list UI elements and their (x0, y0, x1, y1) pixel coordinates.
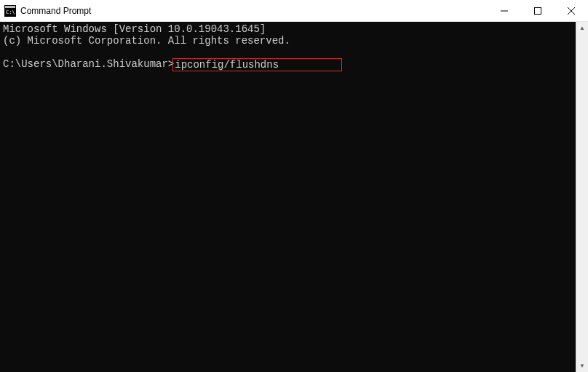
version-line: Microsoft Windows [Version 10.0.19043.16… (3, 23, 266, 35)
vertical-scrollbar[interactable]: ▲ ▼ (576, 22, 588, 372)
svg-rect-1 (5, 6, 15, 8)
scroll-down-arrow-icon[interactable]: ▼ (576, 360, 588, 372)
close-button[interactable] (555, 0, 588, 21)
prompt-path: C:\Users\Dharani.Shivakumar> (3, 58, 174, 71)
window-title: Command Prompt (20, 6, 488, 16)
svg-rect-4 (535, 7, 541, 14)
copyright-line: (c) Microsoft Corporation. All rights re… (3, 35, 290, 47)
window-controls (488, 0, 588, 21)
command-highlight: ipconfig/flushdns (172, 58, 342, 71)
terminal-output[interactable]: Microsoft Windows [Version 10.0.19043.16… (0, 22, 576, 372)
svg-text:C:\: C:\ (6, 9, 15, 15)
scroll-up-arrow-icon[interactable]: ▲ (576, 22, 588, 34)
typed-command: ipconfig/flushdns (175, 59, 279, 71)
minimize-button[interactable] (488, 0, 521, 21)
maximize-button[interactable] (521, 0, 555, 21)
cmd-icon: C:\ (4, 5, 16, 17)
content-area: Microsoft Windows [Version 10.0.19043.16… (0, 22, 588, 372)
command-prompt-window: C:\ Command Prompt Microsoft Windows [Ve… (0, 0, 588, 372)
titlebar[interactable]: C:\ Command Prompt (0, 0, 588, 22)
